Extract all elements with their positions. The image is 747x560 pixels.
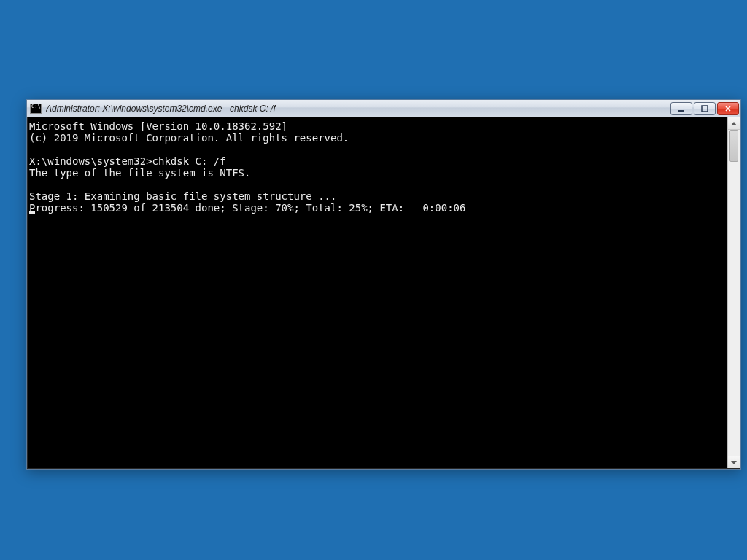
terminal-cursor: [29, 211, 35, 214]
client-area: Microsoft Windows [Version 10.0.18362.59…: [28, 117, 740, 468]
scroll-track[interactable]: [728, 130, 740, 456]
cmd-window: Administrator: X:\windows\system32\cmd.e…: [26, 99, 741, 470]
svg-rect-1: [702, 106, 708, 112]
maximize-icon: [701, 105, 708, 112]
close-icon: [724, 105, 732, 112]
scroll-thumb[interactable]: [729, 130, 738, 162]
terminal-line: Microsoft Windows [Version 10.0.18362.59…: [29, 120, 727, 132]
chevron-down-icon: [731, 461, 737, 464]
window-controls: [670, 102, 739, 115]
terminal-output[interactable]: Microsoft Windows [Version 10.0.18362.59…: [28, 117, 727, 468]
terminal-line: Stage 1: Examining basic file system str…: [29, 190, 727, 202]
terminal-line: [29, 144, 727, 155]
scroll-down-button[interactable]: [728, 456, 740, 468]
scroll-up-button[interactable]: [728, 117, 740, 130]
chevron-up-icon: [731, 122, 737, 125]
minimize-icon: [678, 105, 685, 112]
terminal-line: The type of the file system is NTFS.: [29, 167, 727, 179]
svg-rect-0: [678, 110, 684, 112]
titlebar[interactable]: Administrator: X:\windows\system32\cmd.e…: [27, 100, 740, 117]
close-button[interactable]: [717, 102, 739, 115]
terminal-line: (c) 2019 Microsoft Corporation. All righ…: [29, 132, 727, 144]
terminal-line: [29, 179, 727, 190]
terminal-line: X:\windows\system32>chkdsk C: /f: [29, 155, 727, 167]
maximize-button[interactable]: [694, 102, 716, 115]
window-title: Administrator: X:\windows\system32\cmd.e…: [46, 104, 670, 114]
vertical-scrollbar[interactable]: [727, 117, 740, 468]
minimize-button[interactable]: [670, 102, 692, 115]
terminal-line: Progress: 150529 of 213504 done; Stage: …: [29, 202, 727, 214]
cmd-icon: [30, 104, 42, 114]
